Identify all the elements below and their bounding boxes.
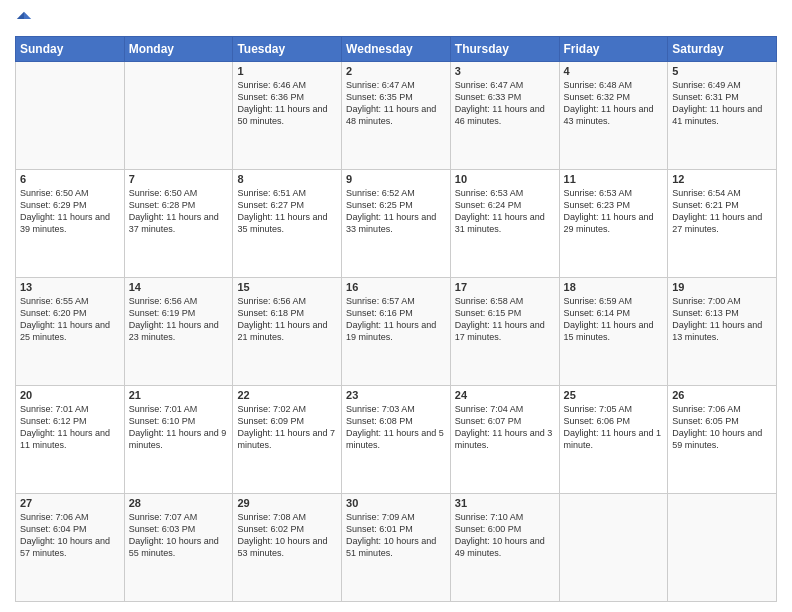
day-number: 15 bbox=[237, 281, 337, 293]
calendar-cell: 7Sunrise: 6:50 AM Sunset: 6:28 PM Daylig… bbox=[124, 170, 233, 278]
week-row-1: 1Sunrise: 6:46 AM Sunset: 6:36 PM Daylig… bbox=[16, 62, 777, 170]
header bbox=[15, 10, 777, 28]
day-number: 21 bbox=[129, 389, 229, 401]
cell-content: Sunrise: 7:10 AM Sunset: 6:00 PM Dayligh… bbox=[455, 511, 555, 560]
cell-content: Sunrise: 6:58 AM Sunset: 6:15 PM Dayligh… bbox=[455, 295, 555, 344]
calendar-cell: 12Sunrise: 6:54 AM Sunset: 6:21 PM Dayli… bbox=[668, 170, 777, 278]
cell-content: Sunrise: 7:05 AM Sunset: 6:06 PM Dayligh… bbox=[564, 403, 664, 452]
calendar-cell: 28Sunrise: 7:07 AM Sunset: 6:03 PM Dayli… bbox=[124, 494, 233, 602]
header-row: SundayMondayTuesdayWednesdayThursdayFrid… bbox=[16, 37, 777, 62]
cell-content: Sunrise: 7:06 AM Sunset: 6:05 PM Dayligh… bbox=[672, 403, 772, 452]
logo-icon bbox=[15, 10, 33, 28]
calendar-cell: 8Sunrise: 6:51 AM Sunset: 6:27 PM Daylig… bbox=[233, 170, 342, 278]
week-row-4: 20Sunrise: 7:01 AM Sunset: 6:12 PM Dayli… bbox=[16, 386, 777, 494]
day-number: 9 bbox=[346, 173, 446, 185]
week-row-3: 13Sunrise: 6:55 AM Sunset: 6:20 PM Dayli… bbox=[16, 278, 777, 386]
cell-content: Sunrise: 7:01 AM Sunset: 6:10 PM Dayligh… bbox=[129, 403, 229, 452]
week-row-5: 27Sunrise: 7:06 AM Sunset: 6:04 PM Dayli… bbox=[16, 494, 777, 602]
cell-content: Sunrise: 6:54 AM Sunset: 6:21 PM Dayligh… bbox=[672, 187, 772, 236]
cell-content: Sunrise: 6:48 AM Sunset: 6:32 PM Dayligh… bbox=[564, 79, 664, 128]
calendar-cell: 5Sunrise: 6:49 AM Sunset: 6:31 PM Daylig… bbox=[668, 62, 777, 170]
logo bbox=[15, 10, 35, 28]
calendar-table: SundayMondayTuesdayWednesdayThursdayFrid… bbox=[15, 36, 777, 602]
calendar-cell: 15Sunrise: 6:56 AM Sunset: 6:18 PM Dayli… bbox=[233, 278, 342, 386]
svg-marker-0 bbox=[24, 12, 31, 19]
calendar-cell: 11Sunrise: 6:53 AM Sunset: 6:23 PM Dayli… bbox=[559, 170, 668, 278]
day-number: 3 bbox=[455, 65, 555, 77]
day-number: 7 bbox=[129, 173, 229, 185]
calendar-cell: 14Sunrise: 6:56 AM Sunset: 6:19 PM Dayli… bbox=[124, 278, 233, 386]
day-number: 23 bbox=[346, 389, 446, 401]
day-number: 1 bbox=[237, 65, 337, 77]
day-number: 18 bbox=[564, 281, 664, 293]
calendar-cell: 19Sunrise: 7:00 AM Sunset: 6:13 PM Dayli… bbox=[668, 278, 777, 386]
calendar-cell: 31Sunrise: 7:10 AM Sunset: 6:00 PM Dayli… bbox=[450, 494, 559, 602]
day-number: 6 bbox=[20, 173, 120, 185]
calendar-cell: 20Sunrise: 7:01 AM Sunset: 6:12 PM Dayli… bbox=[16, 386, 125, 494]
cell-content: Sunrise: 7:07 AM Sunset: 6:03 PM Dayligh… bbox=[129, 511, 229, 560]
cell-content: Sunrise: 6:52 AM Sunset: 6:25 PM Dayligh… bbox=[346, 187, 446, 236]
svg-marker-1 bbox=[17, 12, 24, 19]
day-header-sunday: Sunday bbox=[16, 37, 125, 62]
cell-content: Sunrise: 6:56 AM Sunset: 6:19 PM Dayligh… bbox=[129, 295, 229, 344]
calendar-cell: 30Sunrise: 7:09 AM Sunset: 6:01 PM Dayli… bbox=[342, 494, 451, 602]
calendar-cell bbox=[16, 62, 125, 170]
day-number: 28 bbox=[129, 497, 229, 509]
calendar-cell: 23Sunrise: 7:03 AM Sunset: 6:08 PM Dayli… bbox=[342, 386, 451, 494]
day-number: 22 bbox=[237, 389, 337, 401]
day-number: 27 bbox=[20, 497, 120, 509]
calendar-cell: 22Sunrise: 7:02 AM Sunset: 6:09 PM Dayli… bbox=[233, 386, 342, 494]
day-header-wednesday: Wednesday bbox=[342, 37, 451, 62]
day-header-thursday: Thursday bbox=[450, 37, 559, 62]
day-header-friday: Friday bbox=[559, 37, 668, 62]
day-number: 31 bbox=[455, 497, 555, 509]
day-number: 29 bbox=[237, 497, 337, 509]
calendar-cell: 21Sunrise: 7:01 AM Sunset: 6:10 PM Dayli… bbox=[124, 386, 233, 494]
calendar-cell: 3Sunrise: 6:47 AM Sunset: 6:33 PM Daylig… bbox=[450, 62, 559, 170]
calendar-cell: 2Sunrise: 6:47 AM Sunset: 6:35 PM Daylig… bbox=[342, 62, 451, 170]
day-number: 10 bbox=[455, 173, 555, 185]
calendar-cell bbox=[668, 494, 777, 602]
cell-content: Sunrise: 7:08 AM Sunset: 6:02 PM Dayligh… bbox=[237, 511, 337, 560]
week-row-2: 6Sunrise: 6:50 AM Sunset: 6:29 PM Daylig… bbox=[16, 170, 777, 278]
calendar-cell: 10Sunrise: 6:53 AM Sunset: 6:24 PM Dayli… bbox=[450, 170, 559, 278]
calendar-cell: 16Sunrise: 6:57 AM Sunset: 6:16 PM Dayli… bbox=[342, 278, 451, 386]
cell-content: Sunrise: 6:50 AM Sunset: 6:28 PM Dayligh… bbox=[129, 187, 229, 236]
calendar-body: 1Sunrise: 6:46 AM Sunset: 6:36 PM Daylig… bbox=[16, 62, 777, 602]
day-number: 20 bbox=[20, 389, 120, 401]
cell-content: Sunrise: 7:00 AM Sunset: 6:13 PM Dayligh… bbox=[672, 295, 772, 344]
cell-content: Sunrise: 6:55 AM Sunset: 6:20 PM Dayligh… bbox=[20, 295, 120, 344]
day-number: 11 bbox=[564, 173, 664, 185]
calendar-cell: 18Sunrise: 6:59 AM Sunset: 6:14 PM Dayli… bbox=[559, 278, 668, 386]
calendar-cell: 6Sunrise: 6:50 AM Sunset: 6:29 PM Daylig… bbox=[16, 170, 125, 278]
day-header-tuesday: Tuesday bbox=[233, 37, 342, 62]
day-number: 17 bbox=[455, 281, 555, 293]
day-number: 12 bbox=[672, 173, 772, 185]
day-header-monday: Monday bbox=[124, 37, 233, 62]
day-number: 26 bbox=[672, 389, 772, 401]
calendar-cell bbox=[124, 62, 233, 170]
day-number: 14 bbox=[129, 281, 229, 293]
calendar-cell: 1Sunrise: 6:46 AM Sunset: 6:36 PM Daylig… bbox=[233, 62, 342, 170]
cell-content: Sunrise: 6:47 AM Sunset: 6:35 PM Dayligh… bbox=[346, 79, 446, 128]
cell-content: Sunrise: 7:02 AM Sunset: 6:09 PM Dayligh… bbox=[237, 403, 337, 452]
day-number: 5 bbox=[672, 65, 772, 77]
calendar-cell: 29Sunrise: 7:08 AM Sunset: 6:02 PM Dayli… bbox=[233, 494, 342, 602]
cell-content: Sunrise: 7:03 AM Sunset: 6:08 PM Dayligh… bbox=[346, 403, 446, 452]
cell-content: Sunrise: 6:50 AM Sunset: 6:29 PM Dayligh… bbox=[20, 187, 120, 236]
cell-content: Sunrise: 6:53 AM Sunset: 6:23 PM Dayligh… bbox=[564, 187, 664, 236]
cell-content: Sunrise: 6:51 AM Sunset: 6:27 PM Dayligh… bbox=[237, 187, 337, 236]
cell-content: Sunrise: 6:49 AM Sunset: 6:31 PM Dayligh… bbox=[672, 79, 772, 128]
cell-content: Sunrise: 6:46 AM Sunset: 6:36 PM Dayligh… bbox=[237, 79, 337, 128]
cell-content: Sunrise: 7:01 AM Sunset: 6:12 PM Dayligh… bbox=[20, 403, 120, 452]
cell-content: Sunrise: 7:04 AM Sunset: 6:07 PM Dayligh… bbox=[455, 403, 555, 452]
calendar-cell: 24Sunrise: 7:04 AM Sunset: 6:07 PM Dayli… bbox=[450, 386, 559, 494]
day-number: 4 bbox=[564, 65, 664, 77]
cell-content: Sunrise: 6:53 AM Sunset: 6:24 PM Dayligh… bbox=[455, 187, 555, 236]
page: SundayMondayTuesdayWednesdayThursdayFrid… bbox=[0, 0, 792, 612]
day-number: 30 bbox=[346, 497, 446, 509]
calendar-header: SundayMondayTuesdayWednesdayThursdayFrid… bbox=[16, 37, 777, 62]
calendar-cell: 25Sunrise: 7:05 AM Sunset: 6:06 PM Dayli… bbox=[559, 386, 668, 494]
day-number: 8 bbox=[237, 173, 337, 185]
calendar-cell: 26Sunrise: 7:06 AM Sunset: 6:05 PM Dayli… bbox=[668, 386, 777, 494]
